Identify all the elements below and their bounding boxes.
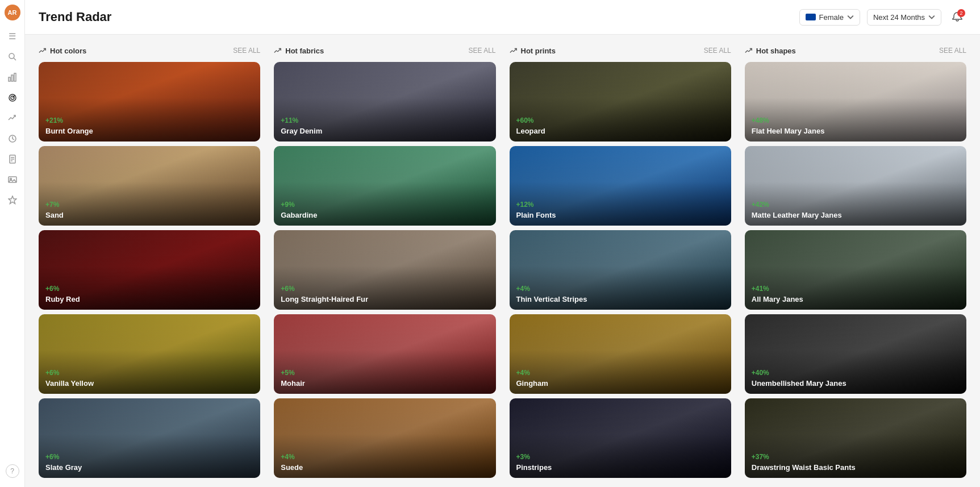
svg-line-1: [14, 58, 16, 60]
card-label-slate-gray: Slate Gray: [45, 463, 82, 472]
column-title-hot-prints: Hot prints: [521, 47, 556, 55]
app-logo[interactable]: AR: [5, 5, 20, 20]
cards-list-hot-fabrics: +11%Gray Denim+9%Gabardine+6%Long Straig…: [274, 62, 495, 478]
gender-filter[interactable]: Female: [799, 9, 860, 26]
card-percent-long-straight-haired-fur: +6%: [281, 285, 368, 293]
menu-icon[interactable]: ☰: [3, 27, 22, 45]
card-percent-burnt-orange: +21%: [45, 116, 93, 124]
star-icon[interactable]: [3, 191, 22, 209]
page-title: Trend Radar: [39, 10, 111, 24]
card-label-thin-vertical-stripes: Thin Vertical Stripes: [516, 295, 587, 303]
trending-up-icon: [39, 46, 47, 55]
card-percent-thin-vertical-stripes: +4%: [516, 285, 587, 293]
see-all-hot-fabrics[interactable]: SEE ALL: [468, 47, 495, 55]
header-controls: Female Next 24 Months 2: [799, 8, 966, 26]
trend-card-mohair[interactable]: +5%Mohair: [274, 314, 495, 394]
image-icon[interactable]: [3, 170, 22, 189]
card-label-plain-fonts: Plain Fonts: [516, 211, 556, 219]
column-hot-fabrics: Hot fabricsSEE ALL+11%Gray Denim+9%Gabar…: [274, 46, 495, 478]
trend-card-matte-leather-mary-janes[interactable]: +42%Matte Leather Mary Janes: [745, 146, 966, 226]
card-label-unembellished-mary-janes: Unembellished Mary Janes: [752, 379, 846, 388]
trend-card-plain-fonts[interactable]: +12%Plain Fonts: [510, 146, 731, 226]
trend-card-gingham[interactable]: +4%Gingham: [510, 314, 731, 394]
card-label-flat-heel-mary-janes: Flat Heel Mary Janes: [752, 127, 825, 135]
card-percent-suede: +4%: [281, 453, 303, 461]
trend-columns: Hot colorsSEE ALL+21%Burnt Orange+7%Sand…: [39, 46, 966, 478]
document-icon[interactable]: [3, 150, 22, 168]
trend-card-ruby-red[interactable]: +6%Ruby Red: [39, 230, 260, 310]
notification-button[interactable]: 2: [948, 8, 966, 26]
flag-icon: [806, 14, 816, 20]
svg-rect-4: [14, 73, 16, 81]
card-label-all-mary-janes: All Mary Janes: [752, 295, 803, 303]
see-all-hot-prints[interactable]: SEE ALL: [704, 47, 731, 55]
trend-card-burnt-orange[interactable]: +21%Burnt Orange: [39, 62, 260, 141]
trend-card-drawstring-waist-basic-pants[interactable]: +37%Drawstring Waist Basic Pants: [745, 398, 966, 478]
trend-card-flat-heel-mary-janes[interactable]: +48%Flat Heel Mary Janes: [745, 62, 966, 141]
svg-marker-15: [9, 196, 16, 204]
analytics-icon[interactable]: [3, 68, 22, 86]
column-title-hot-fabrics: Hot fabrics: [285, 47, 324, 55]
main-content: Trend Radar Female Next 24 Months 2: [25, 0, 980, 487]
see-all-hot-colors[interactable]: SEE ALL: [233, 47, 260, 55]
card-percent-sand: +7%: [45, 201, 64, 209]
history-icon[interactable]: [3, 130, 22, 148]
trend-card-unembellished-mary-janes[interactable]: +40%Unembellished Mary Janes: [745, 314, 966, 394]
card-label-mohair: Mohair: [281, 379, 305, 388]
trend-card-gabardine[interactable]: +9%Gabardine: [274, 146, 495, 226]
card-label-long-straight-haired-fur: Long Straight-Haired Fur: [281, 295, 368, 303]
trending-up-icon: [745, 46, 753, 55]
card-label-pinstripes: Pinstripes: [516, 463, 552, 472]
card-label-gingham: Gingham: [516, 379, 548, 388]
column-hot-shapes: Hot shapesSEE ALL+48%Flat Heel Mary Jane…: [745, 46, 966, 478]
card-overlay: [274, 398, 495, 478]
svg-rect-2: [9, 77, 10, 81]
cards-list-hot-shapes: +48%Flat Heel Mary Janes+42%Matte Leathe…: [745, 62, 966, 478]
card-label-gabardine: Gabardine: [281, 211, 317, 219]
sidebar: AR ☰: [0, 0, 25, 487]
cards-list-hot-colors: +21%Burnt Orange+7%Sand+6%Ruby Red+6%Van…: [39, 62, 260, 478]
trend-card-long-straight-haired-fur[interactable]: +6%Long Straight-Haired Fur: [274, 230, 495, 310]
trending-up-icon: [510, 46, 518, 55]
card-overlay: [39, 146, 260, 226]
card-label-sand: Sand: [45, 211, 64, 219]
card-percent-plain-fonts: +12%: [516, 201, 556, 209]
card-label-vanilla-yellow: Vanilla Yellow: [45, 379, 94, 388]
trend-card-sand[interactable]: +7%Sand: [39, 146, 260, 226]
trend-card-leopard[interactable]: +60%Leopard: [510, 62, 731, 141]
cards-list-hot-prints: +60%Leopard+12%Plain Fonts+4%Thin Vertic…: [510, 62, 731, 478]
card-percent-all-mary-janes: +41%: [752, 285, 803, 293]
header: Trend Radar Female Next 24 Months 2: [25, 0, 980, 35]
see-all-hot-shapes[interactable]: SEE ALL: [939, 47, 966, 55]
trend-card-suede[interactable]: +4%Suede: [274, 398, 495, 478]
search-icon[interactable]: [3, 48, 22, 66]
content-area: Hot colorsSEE ALL+21%Burnt Orange+7%Sand…: [25, 35, 980, 487]
trend-card-thin-vertical-stripes[interactable]: +4%Thin Vertical Stripes: [510, 230, 731, 310]
column-header-hot-prints: Hot printsSEE ALL: [510, 46, 731, 55]
card-percent-gabardine: +9%: [281, 201, 317, 209]
trend-card-pinstripes[interactable]: +3%Pinstripes: [510, 398, 731, 478]
trend-card-vanilla-yellow[interactable]: +6%Vanilla Yellow: [39, 314, 260, 394]
card-percent-vanilla-yellow: +6%: [45, 369, 94, 377]
chevron-down-icon: [928, 14, 935, 20]
radar-icon[interactable]: [3, 89, 22, 107]
trend-card-all-mary-janes[interactable]: +41%All Mary Janes: [745, 230, 966, 310]
trend-card-slate-gray[interactable]: +6%Slate Gray: [39, 398, 260, 478]
card-percent-matte-leather-mary-janes: +42%: [752, 201, 842, 209]
notification-badge: 2: [957, 9, 965, 17]
card-percent-leopard: +60%: [516, 116, 545, 124]
column-header-hot-fabrics: Hot fabricsSEE ALL: [274, 46, 495, 55]
column-title-hot-shapes: Hot shapes: [756, 47, 796, 55]
column-title-hot-colors: Hot colors: [50, 47, 86, 55]
card-label-ruby-red: Ruby Red: [45, 295, 80, 303]
card-percent-pinstripes: +3%: [516, 453, 552, 461]
time-filter[interactable]: Next 24 Months: [867, 9, 941, 26]
card-label-drawstring-waist-basic-pants: Drawstring Waist Basic Pants: [752, 463, 856, 472]
help-icon[interactable]: ?: [6, 464, 19, 478]
trending-icon[interactable]: [3, 109, 22, 127]
column-header-hot-colors: Hot colorsSEE ALL: [39, 46, 260, 55]
trending-up-icon: [274, 46, 282, 55]
card-percent-drawstring-waist-basic-pants: +37%: [752, 453, 856, 461]
column-hot-colors: Hot colorsSEE ALL+21%Burnt Orange+7%Sand…: [39, 46, 260, 478]
trend-card-gray-denim[interactable]: +11%Gray Denim: [274, 62, 495, 141]
